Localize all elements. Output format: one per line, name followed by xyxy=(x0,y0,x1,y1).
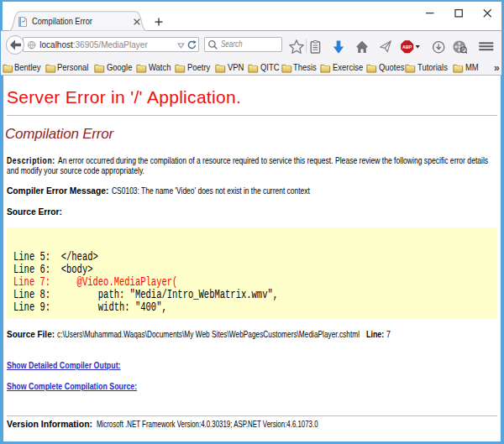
svg-text:ABP: ABP xyxy=(402,44,412,50)
